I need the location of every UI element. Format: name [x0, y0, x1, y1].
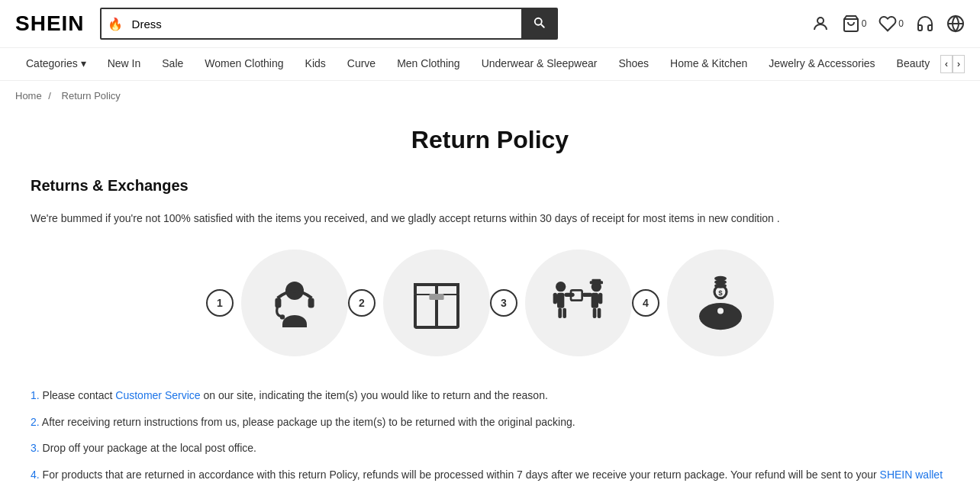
step-1-circle [241, 250, 348, 356]
instruction-1: 1. Please contact Customer Service on ou… [31, 387, 949, 404]
refund-icon: $ [690, 272, 751, 333]
customer-service-link[interactable]: Customer Service [115, 389, 200, 401]
nav-prev-button[interactable]: ‹ [940, 55, 953, 73]
step-3-circle [525, 250, 632, 356]
svg-rect-26 [598, 308, 601, 318]
svg-rect-13 [557, 293, 564, 308]
step-2-circle [383, 250, 490, 356]
search-input[interactable] [129, 11, 521, 37]
nav-item-beauty[interactable]: Beauty [886, 48, 941, 80]
step-3-group: 3 [490, 250, 632, 356]
nav-item-home-kitchen[interactable]: Home & Kitchen [659, 48, 758, 80]
nav-item-underwear[interactable]: Underwear & Sleepwear [471, 48, 608, 80]
main-content: Return Policy Returns & Exchanges We're … [0, 111, 980, 483]
nav-next-button[interactable]: › [953, 55, 965, 73]
header: SHEIN 🔥 0 0 [0, 0, 980, 48]
cart-icon-btn[interactable]: 0 [842, 14, 867, 33]
user-icon-btn[interactable] [811, 14, 830, 33]
nav-item-men-clothing[interactable]: Men Clothing [386, 48, 471, 80]
svg-point-33 [714, 276, 727, 281]
globe-icon-btn[interactable] [946, 14, 965, 33]
step-3-number: 3 [490, 289, 517, 317]
intro-text: We're bummed if you're not 100% satisfie… [31, 210, 949, 227]
page-title: Return Policy [31, 126, 949, 154]
svg-point-7 [280, 315, 285, 320]
svg-rect-21 [582, 293, 592, 297]
svg-point-0 [817, 18, 824, 24]
svg-rect-20 [592, 293, 598, 308]
section-title: Returns & Exchanges [31, 177, 949, 195]
steps-container: 1 [31, 250, 949, 356]
svg-rect-22 [598, 293, 602, 304]
breadcrumb-separator: / [48, 90, 51, 101]
svg-rect-5 [275, 298, 281, 308]
svg-point-12 [556, 282, 566, 291]
step-4-group: 4 $ [632, 250, 774, 356]
nav: Categories ▾ New In Sale Women Clothing … [0, 48, 980, 81]
instruction-2: 2. After receiving return instructions f… [31, 414, 949, 430]
nav-item-jewelry[interactable]: Jewelry & Accessories [758, 48, 885, 80]
svg-rect-10 [429, 294, 443, 300]
svg-rect-24 [563, 308, 566, 318]
instructions-list: 1. Please contact Customer Service on ou… [31, 387, 949, 483]
headphones-icon-btn[interactable] [916, 14, 934, 33]
step-4-circle: $ [667, 250, 774, 356]
svg-point-28 [717, 308, 724, 314]
svg-rect-23 [558, 308, 562, 318]
search-button[interactable] [521, 9, 556, 38]
breadcrumb-current: Return Policy [62, 90, 121, 101]
nav-item-curve[interactable]: Curve [337, 48, 386, 80]
svg-rect-19 [592, 279, 601, 282]
breadcrumb: Home / Return Policy [0, 81, 980, 111]
package-icon [406, 272, 467, 333]
nav-item-kids[interactable]: Kids [295, 48, 337, 80]
nav-item-shoes[interactable]: Shoes [608, 48, 659, 80]
nav-item-new-in[interactable]: New In [97, 48, 152, 80]
step-1-group: 1 [206, 250, 348, 356]
svg-rect-6 [308, 298, 314, 308]
step-2-number: 2 [348, 289, 376, 317]
header-icons: 0 0 [811, 14, 965, 33]
step-1-number: 1 [206, 289, 234, 317]
cart-badge: 0 [862, 18, 867, 29]
logo[interactable]: SHEIN [15, 11, 85, 36]
handover-icon [548, 272, 609, 333]
instruction-3: 3. Drop off your package at the local po… [31, 440, 949, 456]
customer-service-icon [264, 272, 325, 333]
search-bar: 🔥 [100, 8, 558, 40]
shein-wallet-link[interactable]: SHEIN wallet [880, 469, 943, 481]
breadcrumb-home[interactable]: Home [15, 90, 42, 101]
wishlist-icon-btn[interactable]: 0 [878, 14, 904, 33]
wishlist-badge: 0 [898, 18, 904, 29]
step-2-group: 2 [348, 250, 490, 356]
nav-item-sale[interactable]: Sale [151, 48, 194, 80]
fire-icon: 🔥 [102, 17, 129, 31]
svg-rect-14 [553, 293, 557, 304]
instruction-4: 4. For products that are returned in acc… [31, 466, 949, 483]
chevron-down-icon: ▾ [81, 57, 86, 69]
nav-item-categories[interactable]: Categories ▾ [15, 48, 97, 80]
step-4-number: 4 [632, 289, 659, 317]
nav-item-women-clothing[interactable]: Women Clothing [194, 48, 294, 80]
svg-text:$: $ [718, 288, 723, 297]
svg-rect-25 [593, 308, 597, 318]
svg-rect-15 [564, 293, 574, 297]
